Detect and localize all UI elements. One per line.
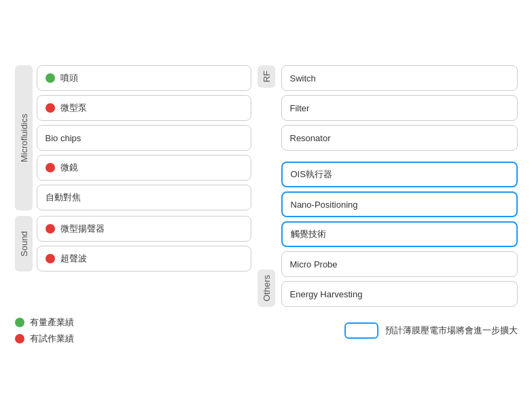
list-item: 微型泵 — [37, 95, 251, 121]
item-label: Resonator — [290, 133, 331, 143]
sound-items: 微型揚聲器 超聲波 — [37, 216, 251, 272]
left-groups: Microfluidics 噴頭 微型泵 Bio chips — [15, 65, 251, 307]
legend-green: 有量產業績 — [15, 316, 74, 329]
list-item: Resonator — [281, 125, 518, 151]
legend-red: 有試作業績 — [15, 333, 74, 345]
list-item: 自動對焦 — [37, 185, 251, 210]
item-label: 自動對焦 — [46, 191, 81, 204]
middle-labels: RF Others — [257, 65, 276, 307]
sound-group: Sound 微型揚聲器 超聲波 — [15, 216, 251, 272]
microfluidics-group: Microfluidics 噴頭 微型泵 Bio chips — [15, 65, 251, 210]
main-container: Microfluidics 噴頭 微型泵 Bio chips — [8, 58, 525, 352]
list-item: 觸覺技術 — [281, 221, 518, 247]
item-label: 微鏡 — [60, 162, 78, 174]
item-label: 微型泵 — [60, 102, 87, 114]
item-label: Energy Harvesting — [290, 289, 363, 299]
item-label: Micro Probe — [290, 259, 338, 269]
main-grid: Microfluidics 噴頭 微型泵 Bio chips — [15, 65, 518, 307]
list-item: Micro Probe — [281, 251, 518, 277]
item-label: Switch — [290, 73, 316, 83]
legend: 有量產業績 有試作業績 — [15, 316, 74, 345]
list-item: Bio chips — [37, 125, 251, 151]
item-label: 噴頭 — [60, 72, 78, 84]
red-dot-icon — [46, 224, 55, 234]
legend-green-label: 有量產業績 — [30, 316, 74, 329]
item-label: 觸覺技術 — [291, 228, 326, 240]
red-dot-icon — [46, 103, 55, 113]
list-item: 微鏡 — [37, 155, 251, 181]
green-dot-icon — [46, 73, 55, 83]
list-item: 噴頭 — [37, 65, 251, 91]
list-item: Energy Harvesting — [281, 281, 518, 307]
bottom-area: 有量產業績 有試作業績 預計薄膜壓電市場將會進一步擴大 — [15, 316, 518, 345]
list-item: Filter — [281, 95, 518, 121]
red-dot-icon — [15, 334, 24, 343]
note-area: 預計薄膜壓電市場將會進一步擴大 — [344, 322, 518, 339]
item-label: Filter — [290, 103, 310, 113]
list-item: 超聲波 — [37, 246, 251, 272]
list-item: 微型揚聲器 — [37, 216, 251, 242]
list-item: OIS執行器 — [281, 162, 518, 187]
microfluidics-label: Microfluidics — [15, 65, 33, 210]
others-label: Others — [258, 269, 275, 307]
item-label: Nano-Positioning — [291, 200, 358, 210]
section-spacer — [281, 155, 518, 157]
item-label: 超聲波 — [60, 253, 87, 265]
legend-red-label: 有試作業績 — [30, 333, 74, 345]
rf-label: RF — [258, 65, 275, 88]
green-dot-icon — [15, 318, 24, 327]
item-label: 微型揚聲器 — [60, 223, 105, 235]
note-text: 預計薄膜壓電市場將會進一步擴大 — [385, 324, 518, 337]
item-label: OIS執行器 — [291, 168, 332, 181]
red-dot-icon — [46, 254, 55, 263]
microfluidics-items: 噴頭 微型泵 Bio chips 微鏡 自動對焦 — [37, 65, 251, 210]
red-dot-icon — [46, 163, 55, 172]
note-box-icon — [344, 322, 378, 339]
item-label: Bio chips — [46, 133, 82, 143]
sound-label: Sound — [15, 216, 33, 272]
list-item: Switch — [281, 65, 518, 91]
list-item: Nano-Positioning — [281, 191, 518, 217]
right-groups: Switch Filter Resonator OIS執行器 Nano-Posi… — [281, 65, 518, 307]
